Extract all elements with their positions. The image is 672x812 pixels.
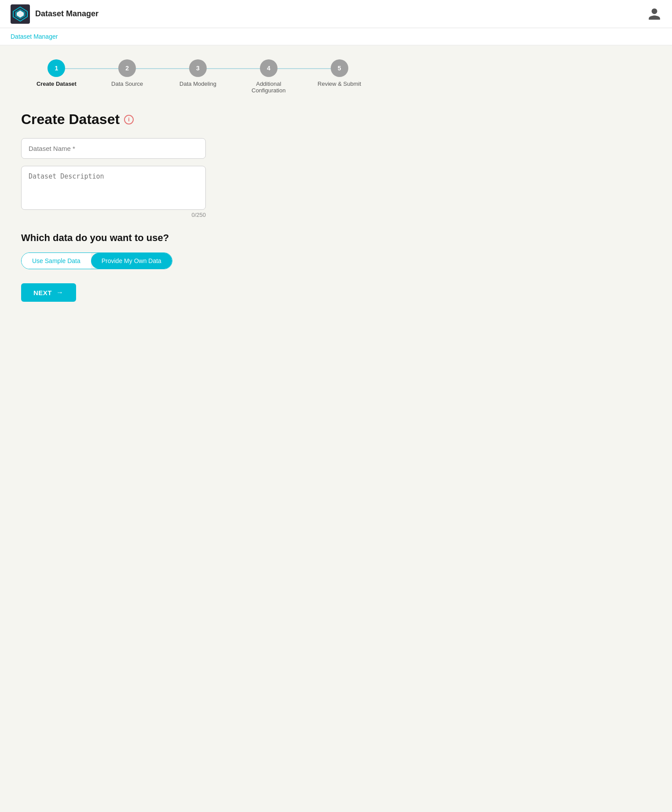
app-header: Dataset Manager [0, 0, 672, 28]
step-3: 3 Data Modeling [163, 59, 234, 87]
dataset-description-input[interactable] [21, 166, 206, 210]
header-left: Dataset Manager [11, 4, 99, 24]
main-content: 1 Create Dataset 2 Data Source 3 Data Mo… [0, 45, 396, 316]
step-label-3: Data Modeling [179, 80, 216, 87]
next-label: NEXT [33, 289, 52, 296]
dataset-name-input[interactable] [21, 138, 206, 159]
data-selection-section: Which data do you want to use? Use Sampl… [21, 232, 375, 269]
step-circle-4: 4 [260, 59, 278, 77]
user-icon[interactable] [647, 7, 661, 21]
form-section: 0/250 [21, 138, 375, 218]
page-title-row: Create Dataset i [21, 111, 375, 128]
step-1: 1 Create Dataset [21, 59, 92, 87]
step-2: 2 Data Source [92, 59, 163, 87]
breadcrumb-link[interactable]: Dataset Manager [11, 33, 58, 40]
provide-own-data-button[interactable]: Provide My Own Data [91, 253, 172, 269]
step-label-1: Create Dataset [37, 80, 77, 87]
step-4: 4 Additional Configuration [233, 59, 304, 94]
char-count: 0/250 [21, 212, 206, 218]
next-button[interactable]: NEXT → [21, 283, 76, 302]
app-title: Dataset Manager [35, 9, 99, 18]
step-label-2: Data Source [111, 80, 143, 87]
app-logo [11, 4, 30, 24]
step-label-5: Review & Submit [318, 80, 361, 87]
step-5: 5 Review & Submit [304, 59, 375, 87]
stepper: 1 Create Dataset 2 Data Source 3 Data Mo… [21, 59, 375, 94]
info-icon[interactable]: i [124, 115, 134, 124]
step-circle-5: 5 [331, 59, 348, 77]
step-circle-3: 3 [189, 59, 207, 77]
step-circle-1: 1 [47, 59, 65, 77]
breadcrumb-bar: Dataset Manager [0, 28, 672, 45]
arrow-icon: → [56, 289, 64, 296]
step-circle-2: 2 [118, 59, 136, 77]
page-title: Create Dataset [21, 111, 120, 128]
data-toggle-group: Use Sample Data Provide My Own Data [21, 252, 172, 269]
use-sample-data-button[interactable]: Use Sample Data [22, 253, 91, 269]
data-selection-title: Which data do you want to use? [21, 232, 375, 244]
step-label-4: Additional Configuration [247, 80, 291, 94]
